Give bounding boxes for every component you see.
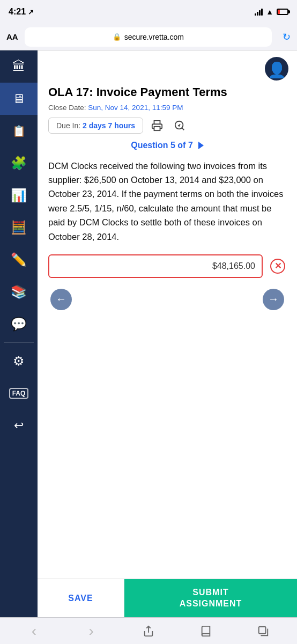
desktop-icon: 🖥 xyxy=(12,91,25,106)
status-icons: ▲ xyxy=(255,8,288,16)
browser-back-button[interactable]: ‹ xyxy=(22,619,46,643)
print-icon xyxy=(151,120,163,131)
right-arrow-icon: → xyxy=(268,293,279,305)
question-row: Question 5 of 7 xyxy=(48,141,286,150)
due-in-box: Due In: 2 days 7 hours xyxy=(48,118,143,134)
forward-arrow-icon: › xyxy=(89,623,94,640)
faq-label: FAQ xyxy=(9,388,29,399)
sidebar-item-settings[interactable]: ⚙ xyxy=(0,345,38,377)
sidebar-item-tablet[interactable]: 📋 xyxy=(0,115,38,147)
battery-icon xyxy=(277,9,288,15)
browser-bar: AA 🔒 secure.vretta.com ↻ xyxy=(0,24,297,50)
bottom-buttons: SAVE SUBMITASSIGNMENT xyxy=(38,579,297,617)
back-arrow-icon: ‹ xyxy=(32,623,36,640)
close-date-label: Close Date: xyxy=(48,104,86,112)
puzzle-icon: 🧩 xyxy=(11,156,27,171)
sidebar-item-calculator[interactable]: 🧮 xyxy=(0,211,38,244)
question-text: DCM Clocks received the following two in… xyxy=(48,159,286,244)
svg-rect-4 xyxy=(258,626,265,633)
bottom-nav: ‹ › xyxy=(0,617,297,644)
sidebar-item-faq[interactable]: FAQ xyxy=(0,377,38,409)
time-display: 4:21 xyxy=(9,7,26,17)
font-size-control[interactable]: AA xyxy=(6,32,18,41)
lock-icon: 🔒 xyxy=(113,33,121,41)
sidebar-item-puzzle[interactable]: 🧩 xyxy=(0,147,38,179)
sidebar-item-formula[interactable]: ✏️ xyxy=(0,244,38,276)
content-header: 👤 xyxy=(38,50,297,80)
sidebar-item-chat[interactable]: 💬 xyxy=(0,308,38,340)
avatar[interactable]: 👤 xyxy=(265,57,288,80)
location-arrow-icon: ↗ xyxy=(28,8,34,16)
tabs-button[interactable] xyxy=(251,619,275,643)
sidebar: 🏛 🖥 📋 🧩 📊 🧮 ✏️ 📚 💬 ⚙ FAQ xyxy=(0,50,38,617)
content-body: OLA 17: Invoice Payment Terms Close Date… xyxy=(38,80,297,579)
sidebar-item-home[interactable]: 🏛 xyxy=(0,50,38,83)
signal-icon xyxy=(255,9,263,16)
tablet-icon: 📋 xyxy=(12,125,26,137)
previous-button[interactable]: ← xyxy=(50,289,72,310)
print-button[interactable] xyxy=(148,117,166,134)
book-icon: 📚 xyxy=(11,284,27,299)
avatar-icon: 👤 xyxy=(268,63,286,78)
answer-row: ✕ xyxy=(48,254,286,278)
exit-icon: ↩ xyxy=(14,419,24,433)
status-time: 4:21 ↗ xyxy=(9,7,34,17)
content-area: 👤 OLA 17: Invoice Payment Terms Close Da… xyxy=(38,50,297,617)
due-in-label: Due In: xyxy=(56,121,80,130)
answer-input[interactable] xyxy=(48,254,263,278)
page-title: OLA 17: Invoice Payment Terms xyxy=(48,85,286,100)
sidebar-item-exit[interactable]: ↩ xyxy=(0,409,38,442)
search-button[interactable] xyxy=(171,117,188,134)
sidebar-item-chart[interactable]: 📊 xyxy=(0,179,38,211)
svg-rect-0 xyxy=(154,126,160,130)
svg-line-2 xyxy=(182,128,184,130)
left-arrow-icon: ← xyxy=(56,293,66,305)
chat-icon: 💬 xyxy=(11,317,27,332)
bookmarks-button[interactable] xyxy=(194,619,218,643)
share-button[interactable] xyxy=(137,619,160,643)
nav-row: ← → xyxy=(48,289,286,310)
due-in-row: Due In: 2 days 7 hours xyxy=(48,117,286,134)
formula-icon: ✏️ xyxy=(11,252,27,267)
tabs-icon xyxy=(257,625,269,637)
wifi-icon: ▲ xyxy=(266,8,273,16)
url-text: secure.vretta.com xyxy=(124,33,184,41)
chart-icon: 📊 xyxy=(11,188,27,203)
url-bar[interactable]: 🔒 secure.vretta.com xyxy=(25,27,272,47)
sidebar-item-book[interactable]: 📚 xyxy=(0,276,38,308)
settings-icon: ⚙ xyxy=(13,354,25,369)
submit-assignment-button[interactable]: SUBMITASSIGNMENT xyxy=(124,579,297,617)
x-circle-icon: ✕ xyxy=(270,259,285,274)
clear-answer-button[interactable]: ✕ xyxy=(269,258,286,275)
refresh-button[interactable]: ↻ xyxy=(283,31,291,43)
home-icon: 🏛 xyxy=(12,59,25,74)
status-bar: 4:21 ↗ ▲ xyxy=(0,0,297,24)
close-date-value: Sun, Nov 14, 2021, 11:59 PM xyxy=(88,104,183,112)
question-label: Question 5 of 7 xyxy=(131,141,193,150)
share-icon xyxy=(143,625,154,637)
book-icon xyxy=(200,625,212,637)
next-question-arrow[interactable] xyxy=(198,142,204,149)
close-date: Close Date: Sun, Nov 14, 2021, 11:59 PM xyxy=(48,104,286,112)
calculator-icon: 🧮 xyxy=(11,220,27,235)
sidebar-item-desktop[interactable]: 🖥 xyxy=(0,83,38,115)
search-icon xyxy=(174,120,185,131)
browser-forward-button[interactable]: › xyxy=(79,619,103,643)
main-layout: 🏛 🖥 📋 🧩 📊 🧮 ✏️ 📚 💬 ⚙ FAQ xyxy=(0,50,297,617)
due-in-value: 2 days 7 hours xyxy=(83,121,135,130)
save-button[interactable]: SAVE xyxy=(38,579,124,617)
next-button[interactable]: → xyxy=(263,289,284,310)
sidebar-divider xyxy=(4,342,34,343)
